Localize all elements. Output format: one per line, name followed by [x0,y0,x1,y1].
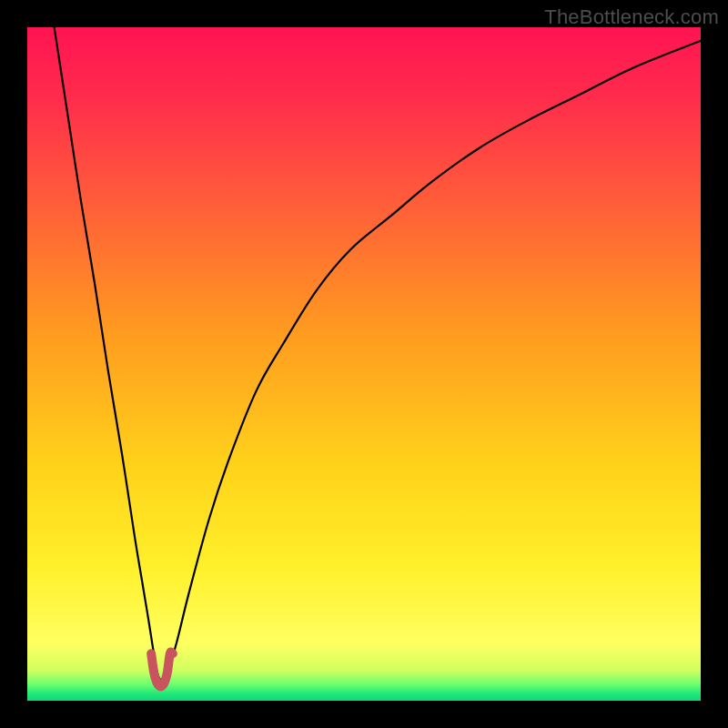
attribution-text: TheBottleneck.com [544,5,719,29]
chart-frame: TheBottleneck.com [0,0,728,728]
valley-marker [151,652,173,687]
plot-area [27,27,701,701]
bottleneck-curve [55,27,701,681]
curve-layer [27,27,701,701]
